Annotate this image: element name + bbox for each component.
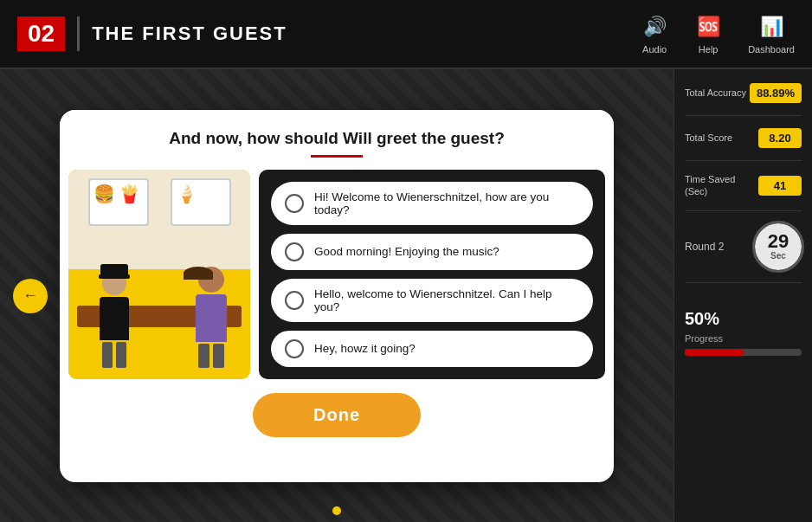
worker-figure — [90, 271, 138, 371]
round-row: Round 2 29 Sec — [685, 223, 802, 270]
sidebar: Total Accuracy 88.89% Total Score 8.20 T… — [673, 69, 812, 522]
progress-bar-fill — [685, 349, 744, 356]
answer-radio-4[interactable] — [285, 339, 304, 358]
bottom-indicator — [332, 506, 341, 515]
answer-option-4[interactable]: Hey, howz it going? — [271, 331, 593, 367]
indicator-dot-active — [332, 506, 341, 515]
quiz-footer: Done — [60, 379, 614, 451]
lesson-title: THE FIRST GUEST — [92, 23, 287, 45]
answer-text-4: Hey, howz it going? — [314, 342, 416, 355]
dashboard-button[interactable]: 📊 Dashboard — [748, 13, 795, 55]
answer-option-2[interactable]: Good morning! Enjoying the music? — [271, 234, 593, 270]
worker-hat-brim — [99, 274, 130, 279]
quiz-top: And now, how should Will greet the guest… — [60, 110, 614, 158]
food-icon-fries: 🍟 — [119, 184, 140, 204]
progress-section: 50% Progress — [685, 299, 802, 356]
customer-leg-right — [213, 344, 224, 368]
progress-label: Progress — [685, 333, 802, 344]
time-saved-value: 41 — [758, 176, 802, 196]
total-accuracy-row: Total Accuracy 88.89% — [685, 83, 802, 103]
menu-board-1: 🍔 🍟 — [88, 178, 149, 226]
scene-area: 🍔 🍟 🍦 — [68, 170, 250, 379]
scene-inner: 🍔 🍟 🍦 — [68, 170, 250, 379]
help-button[interactable]: 🆘 Help — [694, 13, 722, 55]
done-button[interactable]: Done — [253, 393, 421, 437]
round-label: Round 2 — [685, 241, 724, 253]
food-icon-burger: 🍔 — [93, 184, 115, 204]
dashboard-icon: 📊 — [757, 13, 785, 41]
total-accuracy-label: Total Accuracy — [685, 87, 746, 99]
content-area: ← And now, how should Will greet the gue… — [0, 69, 673, 522]
customer-figure — [185, 267, 237, 371]
progress-symbol: % — [704, 309, 719, 328]
total-accuracy-value: 88.89% — [750, 83, 802, 103]
time-saved-label: Time Saved(Sec) — [685, 173, 735, 198]
progress-bar-background — [685, 349, 802, 356]
divider-2 — [685, 160, 802, 161]
time-saved-row: Time Saved(Sec) 41 — [685, 173, 802, 198]
answers-area: Hi! Welcome to Wienerschnitzel, how are … — [259, 170, 605, 379]
answer-text-2: Good morning! Enjoying the music? — [314, 245, 499, 258]
scene-counter: 🍔 🍟 🍦 — [68, 170, 250, 269]
divider-3 — [685, 210, 802, 211]
round-sec: Sec — [770, 251, 786, 261]
answer-text-3: Hello, welcome to Wienerschnitzel. Can I… — [314, 287, 579, 313]
total-score-value: 8.20 — [758, 128, 802, 148]
worker-head — [102, 271, 126, 295]
answer-text-1: Hi! Welcome to Wienerschnitzel, how are … — [314, 190, 579, 216]
answer-radio-1[interactable] — [285, 194, 304, 213]
customer-legs — [185, 344, 237, 368]
food-icon-icecream: 🍦 — [176, 184, 197, 204]
header: 02 THE FIRST GUEST 🔊 Audio 🆘 Help 📊 Dash… — [0, 0, 812, 69]
round-badge: 29 Sec — [755, 223, 802, 270]
lesson-number: 02 — [17, 16, 65, 51]
customer-hair — [184, 267, 213, 280]
worker-legs — [90, 342, 138, 368]
worker-leg-left — [102, 342, 113, 368]
answer-radio-2[interactable] — [285, 242, 304, 261]
customer-leg-left — [198, 344, 209, 368]
divider-4 — [685, 282, 802, 283]
customer-body — [196, 294, 227, 342]
answer-option-1[interactable]: Hi! Welcome to Wienerschnitzel, how are … — [271, 182, 593, 225]
help-icon: 🆘 — [694, 13, 722, 41]
menu-board-2: 🍦 — [171, 178, 231, 226]
worker-body — [100, 297, 129, 340]
audio-button[interactable]: 🔊 Audio — [641, 13, 668, 55]
worker-hat — [100, 264, 128, 274]
divider-1 — [685, 115, 802, 116]
customer-head — [198, 267, 224, 293]
audio-icon: 🔊 — [641, 13, 668, 41]
main-area: ← And now, how should Will greet the gue… — [0, 69, 812, 522]
header-divider — [77, 16, 80, 51]
quiz-question: And now, how should Will greet the guest… — [86, 129, 588, 148]
header-icons: 🔊 Audio 🆘 Help 📊 Dashboard — [641, 13, 795, 55]
dashboard-label: Dashboard — [748, 44, 795, 55]
worker-leg-right — [116, 342, 126, 368]
total-score-label: Total Score — [685, 132, 732, 144]
help-label: Help — [699, 44, 719, 55]
quiz-body: 🍔 🍟 🍦 — [60, 158, 614, 379]
back-button[interactable]: ← — [13, 279, 48, 313]
answer-option-3[interactable]: Hello, welcome to Wienerschnitzel. Can I… — [271, 279, 593, 322]
answer-radio-3[interactable] — [285, 291, 304, 310]
progress-percent: 50% — [685, 299, 802, 330]
quiz-card: And now, how should Will greet the guest… — [60, 110, 614, 482]
round-number: 29 — [768, 232, 789, 251]
audio-label: Audio — [642, 44, 667, 55]
total-score-row: Total Score 8.20 — [685, 128, 802, 148]
